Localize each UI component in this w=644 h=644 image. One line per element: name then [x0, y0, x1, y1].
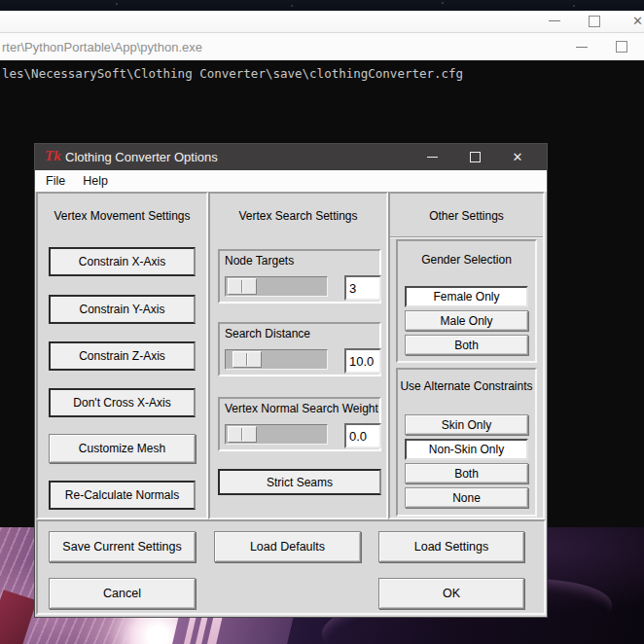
vertex-normal-weight-input[interactable] [344, 423, 381, 448]
node-targets-group: Node Targets [218, 249, 381, 304]
alternate-constraints-group: Use Alternate Constraints Skin Only Non-… [396, 368, 537, 517]
console-line: les\NecessarySoft\Clothing Converter\sav… [2, 66, 463, 81]
maximize-icon[interactable] [616, 41, 627, 53]
menu-bar: File Help [35, 170, 547, 192]
save-current-settings-button[interactable]: Save Current Settings [49, 531, 196, 562]
dialog-titlebar[interactable]: Tk Clothing Converter Options ✕ [35, 144, 547, 170]
vertex-movement-panel: Vertex Movement Settings Constrain X-Axi… [36, 192, 208, 519]
node-targets-slider[interactable] [225, 276, 328, 297]
maximize-button[interactable] [453, 144, 496, 170]
alternate-both-button[interactable]: Both [405, 463, 528, 483]
background-window-titlebar: ✕ [0, 11, 644, 33]
dialog-body: Vertex Movement Settings Constrain X-Axi… [35, 192, 547, 617]
slider-thumb[interactable] [228, 426, 257, 443]
customize-mesh-button[interactable]: Customize Mesh [49, 434, 196, 463]
menu-help[interactable]: Help [74, 174, 117, 188]
search-distance-label: Search Distance [225, 327, 310, 340]
minimize-icon [427, 157, 438, 158]
alternate-constraints-header: Use Alternate Constraints [398, 379, 535, 393]
vertex-search-header: Vertex Search Settings [210, 209, 386, 223]
slider-thumb[interactable] [233, 351, 262, 368]
maximize-icon[interactable] [589, 16, 600, 27]
gender-both-button[interactable]: Both [405, 335, 528, 355]
vertex-search-panel: Vertex Search Settings Node Targets Sear… [208, 192, 388, 519]
python-window-title: rter\PythonPortable\App\python.exe [2, 40, 202, 54]
vertex-normal-weight-slider[interactable] [225, 424, 328, 445]
cancel-button[interactable]: Cancel [49, 578, 196, 609]
dont-cross-x-axis-button[interactable]: Don't Cross X-Axis [49, 388, 196, 417]
search-distance-group: Search Distance [218, 322, 381, 376]
node-targets-label: Node Targets [225, 254, 294, 268]
clothing-converter-options-window: Tk Clothing Converter Options ✕ File Hel… [35, 144, 547, 617]
menu-file[interactable]: File [37, 174, 74, 188]
load-defaults-button[interactable]: Load Defaults [214, 531, 361, 562]
vertex-movement-header: Vertex Movement Settings [38, 209, 206, 223]
dialog-title: Clothing Converter Options [65, 150, 218, 164]
maximize-icon [470, 152, 481, 162]
constrain-y-axis-button[interactable]: Constrain Y-Axis [49, 295, 196, 324]
desktop-top-strip [0, 0, 644, 11]
footer-panel: Save Current Settings Load Defaults Load… [36, 519, 546, 615]
close-icon: ✕ [513, 151, 523, 163]
ok-button[interactable]: OK [378, 578, 524, 609]
search-distance-slider[interactable] [225, 349, 328, 370]
header-divider [390, 236, 543, 238]
tk-app-icon: Tk [45, 148, 61, 164]
python-window-titlebar: rter\PythonPortable\App\python.exe [0, 33, 644, 60]
constrain-z-axis-button[interactable]: Constrain Z-Axis [49, 341, 196, 371]
close-button[interactable]: ✕ [496, 144, 539, 170]
vertex-normal-weight-group: Vertex Normal Search Weight [218, 397, 381, 451]
minimize-icon[interactable] [576, 47, 588, 48]
other-settings-header: Other Settings [390, 209, 543, 223]
search-distance-input[interactable] [344, 348, 381, 374]
close-icon[interactable]: ✕ [632, 15, 643, 27]
slider-thumb[interactable] [228, 278, 257, 295]
other-settings-panel: Other Settings Gender Selection Female O… [388, 192, 545, 519]
node-targets-input[interactable] [344, 275, 381, 301]
vertex-normal-weight-label: Vertex Normal Search Weight [225, 402, 378, 415]
minimize-icon[interactable] [549, 20, 560, 21]
load-settings-button[interactable]: Load Settings [378, 531, 524, 562]
gender-selection-group: Gender Selection Female Only Male Only B… [396, 239, 537, 363]
minimize-button[interactable] [411, 144, 453, 170]
gender-selection-header: Gender Selection [398, 253, 535, 267]
constrain-x-axis-button[interactable]: Constrain X-Axis [49, 247, 196, 276]
recalculate-normals-button[interactable]: Re-Calculate Normals [49, 481, 196, 510]
strict-seams-button[interactable]: Strict Seams [218, 469, 381, 495]
dialog-window-controls: ✕ [411, 144, 539, 170]
alternate-none-button[interactable]: None [405, 487, 528, 508]
male-only-button[interactable]: Male Only [405, 310, 528, 331]
skin-only-button[interactable]: Skin Only [405, 414, 528, 435]
female-only-button[interactable]: Female Only [405, 286, 528, 307]
non-skin-only-button[interactable]: Non-Skin Only [405, 439, 528, 460]
